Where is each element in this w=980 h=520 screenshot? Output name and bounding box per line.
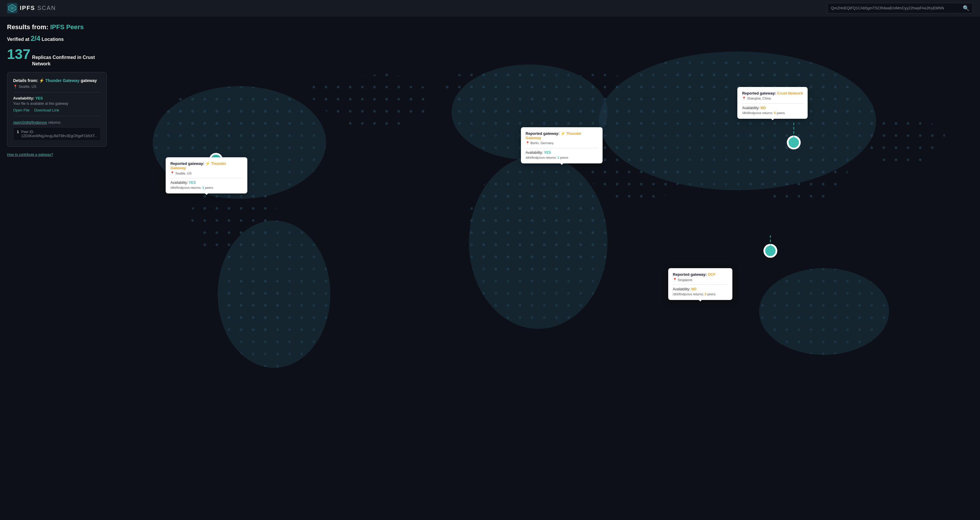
header: IPFS SCAN 🔍 xyxy=(0,0,980,16)
svg-point-12 xyxy=(218,221,330,368)
lightning-icon: ⚡ xyxy=(39,78,45,83)
seattle-thunder-icon: ⚡ Thunder Gateway xyxy=(170,161,226,170)
download-link[interactable]: Download Link xyxy=(34,108,59,112)
berlin-card-title: Reported gateway: ⚡ Thunder Gateway xyxy=(526,131,598,140)
divider-1 xyxy=(13,92,100,93)
gateway-location: 📍 Seattle, US xyxy=(13,85,100,89)
main-content: Results from: IPFS Peers Verified at 2/4… xyxy=(0,16,980,520)
shanghai-pin-icon: 📍 xyxy=(742,97,746,100)
svg-point-18 xyxy=(599,52,876,190)
logo-text: IPFS SCAN xyxy=(20,5,56,11)
berlin-thunder-icon: ⚡ Thunder Gateway xyxy=(526,131,582,140)
file-available-text: Your file is available at this gateway xyxy=(13,102,100,105)
availability-row: Availability: YES xyxy=(13,96,100,100)
contribute-gateway-link[interactable]: How to contribute a gateway? xyxy=(7,153,107,157)
ipfs-logo-icon xyxy=(7,3,18,13)
singapore-availability: Availability: NO xyxy=(673,287,728,291)
search-bar: 🔍 xyxy=(827,3,973,13)
peer-id: Peer ID: 12D3KooWNgJnrujyJ6dT8frv3EgCRge… xyxy=(21,130,97,138)
shanghai-divider xyxy=(742,103,803,104)
dht-returns-text: returns: xyxy=(48,120,61,124)
left-panel: Results from: IPFS Peers Verified at 2/4… xyxy=(0,16,114,520)
gateway-card-berlin: Reported gateway: ⚡ Thunder Gateway 📍 Be… xyxy=(521,127,603,163)
singapore-dht: /dht/findprovs returns: 0 peers xyxy=(673,292,728,296)
singapore-card-title: Reported gateway: DCF xyxy=(673,272,728,277)
shanghai-availability: Availability: NO xyxy=(742,106,803,110)
details-gateway-title: Details from: ⚡ Thunder Gateway gateway xyxy=(13,78,100,83)
shanghai-dht: /dht/findprovs returns: 0 peers xyxy=(742,111,803,115)
svg-point-16 xyxy=(469,156,608,329)
map-area: Reported gateway: ⚡ Thunder Gateway 📍 Se… xyxy=(114,16,980,520)
replicas-stat: 137 Replicas Confirmed in Crust Network xyxy=(7,46,107,67)
singapore-location: 📍 Singapore xyxy=(673,278,728,282)
logo: IPFS SCAN xyxy=(7,3,56,13)
results-title: Results from: IPFS Peers xyxy=(7,23,107,31)
search-input[interactable] xyxy=(831,6,961,10)
peer-row: 1 Peer ID: 12D3KooWNgJnrujyJ6dT8frv3EgCR… xyxy=(13,127,100,140)
gateway-card-shanghai: Reported gateway: Crust Network 📍 Shangh… xyxy=(737,87,808,119)
gateway-card-singapore: Reported gateway: DCF 📍 Singapore Availa… xyxy=(668,268,732,300)
peer-number: 1 xyxy=(17,130,19,138)
gateway-card-seattle: Reported gateway: ⚡ Thunder Gateway 📍 Se… xyxy=(165,157,247,193)
singapore-pin-icon: 📍 xyxy=(673,278,677,282)
dht-section: /api/v0/dht/findprovs returns: xyxy=(13,120,100,125)
divider-2 xyxy=(13,116,100,116)
search-button[interactable]: 🔍 xyxy=(963,5,969,11)
shanghai-card-title: Reported gateway: Crust Network xyxy=(742,91,803,96)
berlin-dht: /dht/findprovs returns: 1 peers xyxy=(526,156,598,160)
location-pin-icon: 📍 xyxy=(13,85,18,89)
seattle-dht: /dht/findprovs returns: 1 peers xyxy=(170,186,243,189)
crust-network-label: Crust Network xyxy=(777,91,803,96)
file-links: Open File Download Link xyxy=(13,108,100,112)
open-file-link[interactable]: Open File xyxy=(13,108,29,112)
seattle-availability: Availability: YES xyxy=(170,180,243,185)
seattle-card-title: Reported gateway: ⚡ Thunder Gateway xyxy=(170,161,243,170)
shanghai-location: 📍 Shanghai, China xyxy=(742,97,803,100)
verified-locations: Verified at 2/4 Locations xyxy=(7,34,107,43)
world-map-svg xyxy=(114,16,980,520)
singapore-divider xyxy=(673,284,728,285)
dcf-label: DCF xyxy=(708,272,716,277)
seattle-location: 📍 Seattle, US xyxy=(170,171,243,175)
berlin-availability: Availability: YES xyxy=(526,151,598,155)
berlin-pin-icon: 📍 xyxy=(526,141,530,145)
seattle-pin-icon: 📍 xyxy=(170,171,174,175)
details-card: Details from: ⚡ Thunder Gateway gateway … xyxy=(7,72,107,147)
svg-point-20 xyxy=(759,268,889,355)
berlin-location: 📍 Berlin, Germany xyxy=(526,141,598,145)
dht-api-link[interactable]: /api/v0/dht/findprovs xyxy=(13,120,47,124)
